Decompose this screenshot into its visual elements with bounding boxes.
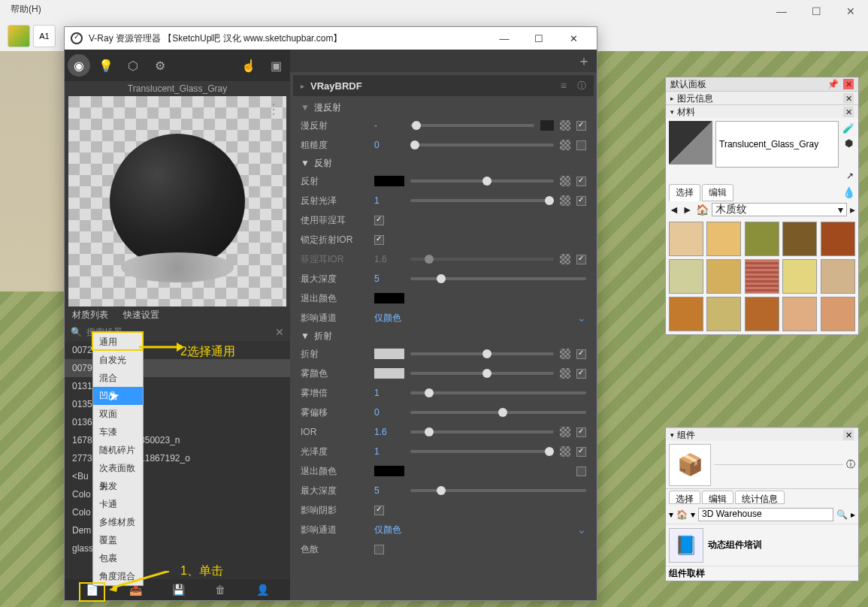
material-swatch[interactable] [782,259,817,294]
maximize-button[interactable]: ☐ [799,0,833,23]
brdf-header[interactable]: ▸VRayBRDF≡ⓘ [293,75,594,96]
settings-tab-icon[interactable]: ⚙ [149,54,171,77]
texture-button[interactable] [560,195,570,206]
eyedropper-icon[interactable]: 💧 [842,186,855,198]
add-layer-icon[interactable]: ＋ [577,52,591,70]
warehouse-select[interactable]: 3D Warehouse [698,508,833,521]
checkbox[interactable] [576,447,586,457]
back-icon[interactable]: ▾ [669,509,673,520]
expand-icon[interactable]: ⌄ [577,312,586,324]
materials-tab-icon[interactable]: ◉ [68,54,90,77]
material-swatch[interactable] [782,222,817,256]
menu-item-sss[interactable]: 次表面散射 [93,459,143,477]
texture-button[interactable] [560,349,570,359]
texture-button[interactable] [560,427,570,437]
material-swatch[interactable] [745,259,779,294]
apply-icon[interactable]: 👤 [256,584,269,596]
preview-menu-icon[interactable]: ⋮ [267,101,280,117]
material-swatch[interactable] [706,297,741,331]
menu-item-carpaint[interactable]: 车漆 [93,423,143,441]
material-swatch[interactable] [669,259,703,294]
menu-item-toon[interactable]: 卡通 [93,495,143,513]
help-menu[interactable]: 帮助(H) [11,4,41,14]
checkbox[interactable] [374,506,384,515]
material-swatch[interactable] [821,222,855,256]
panel-title-default[interactable]: 默认面板📌✕ [666,77,858,91]
diffuse-header[interactable]: ▼漫反射 [290,99,597,116]
expand-icon[interactable]: ⌄ [577,524,586,536]
tab-edit[interactable]: 编辑 [702,491,733,504]
menu-item-multisub[interactable]: 多维材质 [93,513,143,531]
vray-close-button[interactable]: ✕ [556,27,591,50]
frame-buffer-icon[interactable]: ▣ [265,54,287,77]
close-icon[interactable]: ✕ [843,93,854,104]
material-swatch[interactable] [782,297,817,331]
tab-select[interactable]: 选择 [669,184,700,201]
close-icon[interactable]: ✕ [843,79,854,89]
info-icon[interactable]: ⓘ [846,458,855,471]
material-thumbnail[interactable] [669,121,712,165]
menu-item-generic[interactable]: 通用 [93,333,143,351]
refract-header[interactable]: ▼折射 [290,328,597,344]
material-swatch[interactable] [745,222,779,256]
tab-select[interactable]: 选择 [669,491,700,504]
checkbox[interactable] [576,140,586,150]
set-default-icon[interactable]: ↗ [846,171,854,181]
checkbox[interactable] [374,216,384,225]
component-thumbnail[interactable]: 📦 [669,444,711,486]
checkbox[interactable] [374,545,384,554]
clear-search-button[interactable]: ✕ [275,326,284,338]
lights-tab-icon[interactable]: 💡 [95,54,117,77]
vray-titlebar[interactable]: V-Ray 资源管理器 【SketchUp吧 汉化 www.sketchupba… [65,27,597,50]
checkbox[interactable] [576,177,586,186]
tool-icon[interactable] [8,25,30,47]
component-list-item[interactable]: 📘 动态组件培训 [666,524,858,566]
vray-minimize-button[interactable]: — [487,27,522,50]
home-icon[interactable]: 🏠 [696,204,709,216]
close-button[interactable]: ✕ [833,0,868,23]
menu-item-twosided[interactable]: 双面 [93,405,143,423]
menu-item-blend[interactable]: 混合 [93,369,143,387]
checkbox[interactable] [576,196,586,206]
menu-item-override[interactable]: 覆盖 [93,531,143,549]
color-swatch[interactable] [374,176,404,186]
checkbox[interactable] [576,369,586,379]
search-icon[interactable]: 🔍 [836,509,848,520]
panel-materials[interactable]: ▾材料✕ [666,104,858,118]
home-icon[interactable]: 🏠 [676,509,688,520]
texture-button[interactable] [560,368,570,379]
menu-icon[interactable]: ▸ [850,204,855,216]
close-icon[interactable]: ✕ [843,107,854,117]
tab-material-list[interactable]: 材质列表 [65,307,116,323]
panel-info[interactable]: ▸图元信息✕ [666,91,858,104]
menu-item-stochastic[interactable]: 随机碎片 [93,441,143,459]
sample-icon[interactable]: 🧪 [842,121,855,134]
color-swatch[interactable] [374,349,404,359]
material-swatch[interactable] [706,259,741,294]
texture-button[interactable] [560,140,570,150]
tab-stats[interactable]: 统计信息 [735,491,785,504]
texture-button[interactable] [560,446,570,457]
checkbox[interactable] [374,235,384,245]
minimize-button[interactable]: — [764,0,799,23]
color-swatch[interactable] [374,368,404,379]
delete-icon[interactable]: 🗑 [215,584,225,596]
render-interactive-icon[interactable]: ☝ [237,54,260,77]
checkbox[interactable] [576,427,586,437]
create-icon[interactable]: ⬢ [842,136,855,149]
menu-icon[interactable]: ▸ [851,509,855,520]
checkbox[interactable] [576,121,586,131]
texture-button[interactable] [560,120,570,131]
material-swatch[interactable] [821,297,855,331]
tool-icon[interactable]: A1 [33,25,56,47]
material-swatch[interactable] [669,297,703,331]
material-preview[interactable]: ⋮ [68,96,286,307]
checkbox[interactable] [576,349,586,359]
tab-edit[interactable]: 编辑 [702,184,733,201]
panel-components[interactable]: ▾组件✕ [666,427,858,441]
menu-item-wrapper[interactable]: 包裹 [93,549,143,567]
pin-icon[interactable]: 📌 [827,77,839,91]
material-swatch[interactable] [706,222,741,256]
tab-quick-settings[interactable]: 快速设置 [116,307,167,323]
material-swatch[interactable] [669,222,703,256]
